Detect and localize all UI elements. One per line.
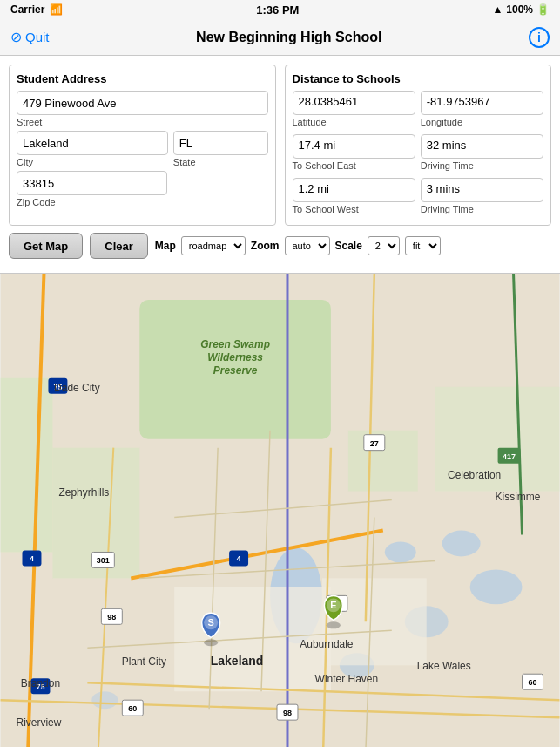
zoom-select[interactable]: auto 8 9 10 11 12 bbox=[285, 236, 330, 255]
latitude-field: 28.0385461 bbox=[293, 91, 415, 115]
driving-time-west-label: Driving Time bbox=[421, 204, 543, 214]
carrier-label: Carrier bbox=[10, 3, 44, 16]
svg-point-77 bbox=[327, 621, 341, 628]
state-label: State bbox=[173, 157, 268, 167]
distance-section: Distance to Schools 28.0385461 Latitude … bbox=[285, 65, 552, 226]
svg-point-3 bbox=[442, 531, 481, 557]
svg-text:Wilderness: Wilderness bbox=[207, 351, 263, 363]
longitude-field: -81.9753967 bbox=[421, 91, 543, 115]
to-school-east-field: 17.4 mi bbox=[293, 134, 415, 159]
svg-point-4 bbox=[470, 569, 523, 604]
driving-time-east-label: Driving Time bbox=[421, 160, 543, 171]
zip-label: Zip Code bbox=[17, 197, 268, 207]
svg-text:Plant City: Plant City bbox=[122, 655, 166, 668]
city-input[interactable] bbox=[17, 131, 168, 155]
svg-text:Preserve: Preserve bbox=[213, 364, 258, 377]
svg-text:4: 4 bbox=[30, 554, 34, 563]
zip-input[interactable] bbox=[17, 171, 167, 195]
svg-text:Brandon: Brandon bbox=[21, 677, 60, 689]
svg-text:60: 60 bbox=[529, 678, 537, 687]
longitude-label: Longitude bbox=[421, 117, 543, 127]
wifi-icon: 📶 bbox=[50, 3, 63, 16]
street-label: Street bbox=[17, 117, 268, 127]
status-bar-right: ▲ 100% 🔋 bbox=[492, 3, 550, 16]
form-area: Student Address Street City State Zip Co… bbox=[9, 65, 551, 226]
student-address-title: Student Address bbox=[17, 72, 268, 85]
svg-text:301: 301 bbox=[97, 556, 110, 565]
map-type-select[interactable]: roadmap satellite terrain hybrid bbox=[181, 236, 246, 255]
svg-text:98: 98 bbox=[283, 709, 292, 717]
street-input[interactable] bbox=[17, 91, 268, 115]
svg-point-7 bbox=[91, 691, 118, 709]
status-bar: Carrier 📶 1:36 PM ▲ 100% 🔋 bbox=[0, 0, 560, 19]
scale-label: Scale bbox=[335, 240, 362, 252]
svg-text:Dade City: Dade City bbox=[54, 382, 100, 394]
driving-time-east-field: 32 mins bbox=[421, 134, 543, 159]
svg-text:Zephyrhills: Zephyrhills bbox=[58, 486, 109, 499]
info-button[interactable]: i bbox=[529, 27, 550, 48]
svg-rect-14 bbox=[322, 578, 427, 665]
svg-text:60: 60 bbox=[128, 704, 137, 713]
quit-circle-icon: ⊘ bbox=[10, 29, 22, 45]
city-label: City bbox=[17, 157, 168, 167]
clear-button[interactable]: Clear bbox=[90, 233, 148, 259]
main-content: Student Address Street City State Zip Co… bbox=[0, 56, 560, 273]
student-address-section: Student Address Street City State Zip Co… bbox=[9, 65, 276, 226]
svg-text:Green Swamp: Green Swamp bbox=[200, 338, 270, 350]
map-container[interactable]: 75 75 4 98 27 301 17 60 60 98 62 417 bbox=[0, 273, 560, 747]
get-map-button[interactable]: Get Map bbox=[9, 233, 83, 259]
map-svg: 75 75 4 98 27 301 17 60 60 98 62 417 bbox=[0, 274, 560, 747]
to-school-west-field: 1.2 mi bbox=[293, 178, 415, 202]
svg-text:Celebration: Celebration bbox=[448, 469, 501, 481]
status-bar-left: Carrier 📶 bbox=[10, 3, 63, 16]
quit-label: Quit bbox=[25, 30, 50, 44]
location-icon: ▲ bbox=[492, 3, 503, 16]
latitude-label: Latitude bbox=[293, 117, 415, 127]
svg-text:S: S bbox=[207, 617, 213, 628]
svg-text:417: 417 bbox=[503, 452, 516, 461]
nav-bar: ⊘ Quit New Beginning High School i bbox=[0, 19, 560, 56]
svg-point-2 bbox=[385, 541, 416, 562]
zoom-label: Zoom bbox=[251, 240, 280, 252]
quit-button[interactable]: ⊘ Quit bbox=[10, 29, 50, 45]
svg-text:E: E bbox=[330, 600, 336, 610]
map-controls: Map roadmap satellite terrain hybrid Zoo… bbox=[155, 236, 441, 255]
status-bar-time: 1:36 PM bbox=[256, 3, 299, 17]
svg-rect-9 bbox=[1, 378, 53, 553]
svg-text:4: 4 bbox=[237, 554, 241, 563]
svg-text:98: 98 bbox=[107, 613, 116, 621]
to-school-east-label: To School East bbox=[293, 160, 415, 171]
svg-text:Riverview: Riverview bbox=[17, 716, 62, 729]
svg-text:Kissimme: Kissimme bbox=[496, 491, 541, 503]
svg-text:Auburndale: Auburndale bbox=[300, 638, 354, 650]
driving-time-west-field: 3 mins bbox=[421, 178, 543, 202]
battery-icon: 🔋 bbox=[536, 3, 550, 16]
scale-select[interactable]: 2 1 4 bbox=[368, 236, 400, 255]
svg-text:Lake Wales: Lake Wales bbox=[417, 660, 471, 672]
state-input[interactable] bbox=[173, 131, 268, 155]
nav-title: New Beginning High School bbox=[196, 30, 381, 45]
svg-text:27: 27 bbox=[370, 439, 379, 448]
svg-point-74 bbox=[204, 639, 218, 646]
toolbar: Get Map Clear Map roadmap satellite terr… bbox=[9, 233, 551, 259]
fit-select[interactable]: fit fill bbox=[405, 236, 441, 255]
info-icon: i bbox=[537, 31, 541, 44]
svg-text:Winter Haven: Winter Haven bbox=[315, 673, 379, 685]
map-label: Map bbox=[155, 240, 176, 252]
battery-label: 100% bbox=[506, 3, 533, 16]
to-school-west-label: To School West bbox=[293, 204, 415, 214]
svg-text:Lakeland: Lakeland bbox=[211, 654, 264, 668]
distance-title: Distance to Schools bbox=[293, 72, 544, 85]
